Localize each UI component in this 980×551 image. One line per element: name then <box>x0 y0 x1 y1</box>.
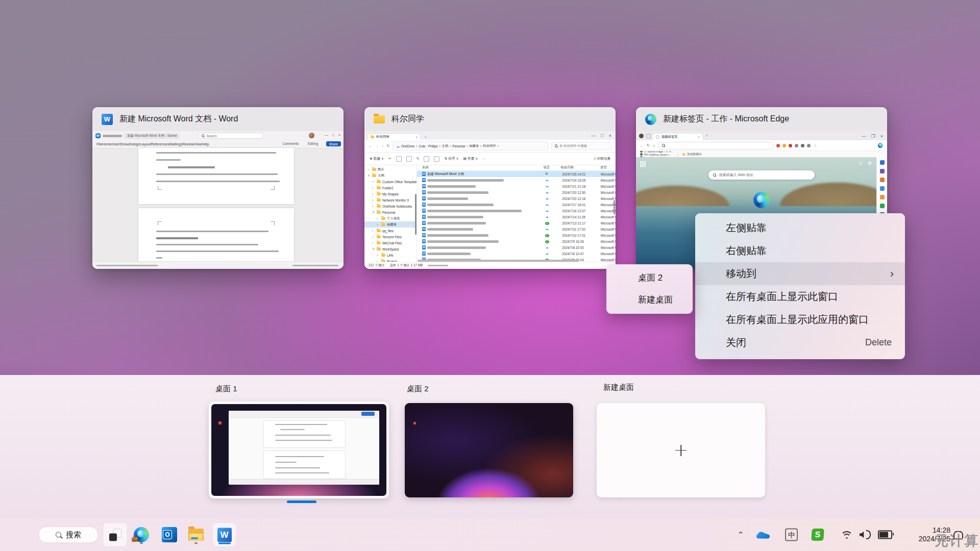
ribbon-tab[interactable]: Insert <box>112 142 121 146</box>
sidebar-app-icon[interactable] <box>880 204 885 208</box>
word-window-controls[interactable]: —□× <box>325 133 340 137</box>
ribbon-tab[interactable]: File <box>96 142 102 146</box>
sidebar-app-icon[interactable] <box>880 160 885 165</box>
extension-icons[interactable] <box>776 144 811 147</box>
cut-icon[interactable]: ✂ <box>388 157 391 161</box>
sidebar-folder-item[interactable]: › LAN <box>364 252 416 258</box>
new-desktop-label[interactable]: 新建桌面 <box>603 383 634 392</box>
sidebar-folder-item[interactable]: › Tencent Files <box>364 234 416 240</box>
explorer-search-box[interactable]: 在 科尔同学 中搜索 <box>551 142 611 150</box>
file-row[interactable]: 2024/7/13 21:17 Microsoft Word <box>417 220 616 226</box>
ribbon-tab[interactable]: View <box>194 142 202 146</box>
desktop-1-label[interactable]: 桌面 1 <box>215 384 237 394</box>
taskbar-outlook-button[interactable] <box>161 523 178 546</box>
paste-icon[interactable] <box>406 156 412 162</box>
extension-icon[interactable] <box>789 144 792 147</box>
menu-item-snap-right[interactable]: 右侧贴靠 <box>695 239 905 262</box>
favorites-icon[interactable]: ☆ <box>814 143 817 147</box>
sort-button[interactable]: ⇅ 排序 ∨ <box>444 156 458 161</box>
extension-icon[interactable] <box>807 144 811 147</box>
sidebar-app-icon[interactable] <box>880 178 885 182</box>
file-row[interactable]: 2024/7/24 16:05 Microsoft Word <box>417 177 616 183</box>
sidebar-folder-item[interactable]: › OneNote Notebooks <box>364 203 416 209</box>
taskbar-edge-button[interactable] <box>133 523 150 546</box>
menu-item-snap-left[interactable]: 左侧贴靠 <box>695 216 905 239</box>
file-row[interactable]: 2024/7/20 12:50 Microsoft Word <box>417 189 616 195</box>
word-account-avatar[interactable] <box>309 133 314 138</box>
taskbar-explorer-button[interactable] <box>187 523 205 546</box>
layout-icon[interactable]: ▽ <box>859 161 863 166</box>
file-row[interactable]: 2024/7/20 12:16 Microsoft Word <box>417 195 616 202</box>
battery-icon[interactable] <box>878 531 892 539</box>
sidebar-folder-item[interactable]: › qq_files <box>364 228 416 234</box>
newtab-settings-icons[interactable]: ▽⚙ <box>859 161 872 166</box>
taskbar-search[interactable]: 搜索 <box>38 527 99 543</box>
extension-icon[interactable] <box>801 144 804 147</box>
new-button[interactable]: ⊕ 新建 ∨ <box>370 156 384 161</box>
sidebar-app-icon[interactable] <box>880 169 885 173</box>
ime-language-icon[interactable]: 中 <box>785 529 798 541</box>
task-view-button[interactable] <box>103 523 127 547</box>
window-thumbnail-word[interactable]: W 新建 Microsoft Word 文档 - Word W 新建 Micro… <box>92 107 344 269</box>
refresh-icon[interactable]: ↻ <box>647 143 650 147</box>
file-row[interactable]: 2024/7/6 10:47 Microsoft Word <box>417 251 616 257</box>
desktop-1-thumbnail[interactable] <box>209 402 389 498</box>
details-pane-button[interactable]: ▯ 详细信息 <box>594 156 610 161</box>
menu-item-move-to[interactable]: 移动到› <box>695 262 905 285</box>
column-headers[interactable]: 名称 状态 修改日期 类型 <box>417 164 616 171</box>
explorer-window-controls[interactable]: —□× <box>591 133 611 138</box>
forward-icon[interactable]: → <box>375 144 379 148</box>
refresh-icon[interactable]: ↻ <box>387 144 390 148</box>
new-tab-button[interactable]: ＋ <box>705 133 708 138</box>
rename-icon[interactable]: ✎ <box>416 157 420 161</box>
sidebar-app-icon[interactable] <box>880 186 885 191</box>
newtab-search-box[interactable]: 搜索或输入 Web 地址 <box>708 170 815 180</box>
sidebar-folder-item[interactable]: › 个人信息 <box>364 215 416 221</box>
new-desktop-button[interactable] <box>597 403 765 497</box>
extension-icon[interactable] <box>795 144 798 147</box>
sidebar-folder-item[interactable]: › Custom Office Templates <box>364 179 416 185</box>
file-row[interactable]: 2024/7/21 21:18 Microsoft Word <box>417 183 616 189</box>
sidebar-folder-item[interactable]: › 自媒体 <box>364 221 416 228</box>
submenu-item-new-desktop[interactable]: 新建桌面 <box>606 289 693 311</box>
file-row[interactable]: 2024/7/11 17:02 Microsoft Word <box>417 226 616 232</box>
tray-chevron-up[interactable]: ⌃ <box>736 530 746 540</box>
address-bar[interactable] <box>658 142 773 149</box>
ribbon-tab[interactable]: Help <box>202 142 209 146</box>
ribbon-tab[interactable]: Draw <box>120 142 129 146</box>
share-icon[interactable] <box>424 156 429 162</box>
onedrive-tray-icon[interactable] <box>756 531 770 539</box>
ribbon-tab[interactable]: Review <box>182 142 194 146</box>
extension-icon[interactable] <box>782 144 786 147</box>
desktop-2-label[interactable]: 桌面 2 <box>407 384 429 394</box>
desktop-2-thumbnail[interactable] <box>405 403 573 497</box>
sidebar-folder-item[interactable]: › My Shapes <box>364 191 416 197</box>
home-icon[interactable]: ⌂ <box>653 144 655 147</box>
file-row[interactable]: 2024/7/16 12:07 Microsoft Word <box>417 208 616 214</box>
extension-icon[interactable] <box>776 144 780 147</box>
copilot-icon[interactable] <box>878 143 883 148</box>
menu-item-close[interactable]: 关闭Delete <box>695 331 905 354</box>
sidebar-folder-item[interactable]: › Folder2 <box>364 185 416 191</box>
delete-icon[interactable] <box>434 156 439 162</box>
more-button[interactable]: ··· <box>482 157 486 161</box>
comments-button[interactable]: Comments <box>283 142 299 145</box>
sidebar-app-icon[interactable] <box>880 195 885 199</box>
explorer-tab[interactable]: 科尔同学× <box>368 133 421 140</box>
ribbon-tab[interactable]: Layout <box>140 142 151 146</box>
sidebar-folder-item[interactable]: › Network Monitor 3 <box>364 197 416 203</box>
volume-icon[interactable] <box>860 530 871 539</box>
file-row[interactable]: 2024/7/9 16:26 Microsoft Word <box>417 238 616 244</box>
menu-item-show-window-all-desktops[interactable]: 在所有桌面上显示此窗口 <box>695 285 905 308</box>
list-scrollbar[interactable] <box>614 200 615 214</box>
ribbon-tab[interactable]: Home <box>102 142 112 146</box>
share-button[interactable]: Share <box>326 141 341 146</box>
file-row[interactable]: 2024/7/10 17:01 Microsoft Word <box>417 232 616 238</box>
sidebar-scrollbar[interactable] <box>415 194 416 235</box>
sidebar-folder-item[interactable]: ∨ 文档 <box>364 172 416 179</box>
up-icon[interactable]: ↑ <box>382 144 384 148</box>
apps-grid-icon[interactable] <box>640 161 646 167</box>
taskbar-word-button[interactable]: W <box>213 523 236 546</box>
file-row[interactable]: 新建 Microsoft Word 文档 2024/7/25 14:21 Mic… <box>417 171 616 177</box>
submenu-item-desktop-2[interactable]: 桌面 2 <box>606 267 693 289</box>
